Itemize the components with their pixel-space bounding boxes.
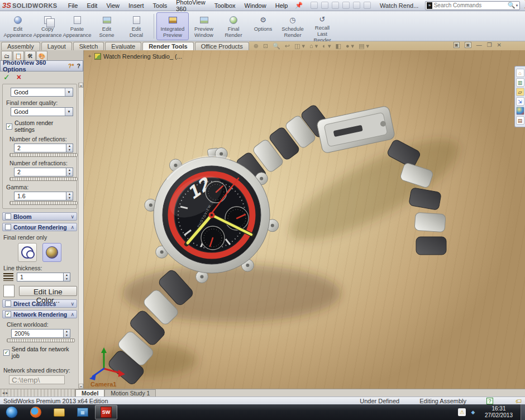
zoom-area-icon[interactable]: ⊡ [263, 42, 268, 50]
view-palette-icon[interactable]: ⇲ [516, 97, 524, 106]
caustics-section-header[interactable]: Direct Caustics ∨ [2, 299, 77, 308]
scroll-up-icon[interactable]: ▲ [79, 83, 83, 88]
custom-properties-icon[interactable]: ▤ [516, 116, 524, 125]
design-library-icon[interactable]: ▥ [516, 78, 524, 87]
menu-file[interactable]: File [64, 1, 82, 10]
chevron-down-icon[interactable]: ∨ [70, 301, 74, 307]
tab-office-products[interactable]: Office Products [195, 42, 249, 50]
tab-layout[interactable]: Layout [41, 42, 72, 50]
preview-window-button[interactable]: Preview Window [189, 12, 218, 40]
tab-render-tools[interactable]: Render Tools [142, 42, 193, 50]
spinner-arrows-icon[interactable]: ▲▼ [63, 329, 70, 338]
caustics-checkbox[interactable] [5, 300, 11, 307]
bloom-section-header[interactable]: Bloom ∨ [2, 212, 77, 221]
edit-line-color-button[interactable]: Edit Line Color... [19, 286, 77, 296]
solidworks-taskbar-button[interactable]: SW [95, 405, 117, 419]
line-thickness-spinner[interactable]: 1 ▲▼ [17, 273, 70, 281]
menu-tools[interactable]: Tools [149, 1, 171, 10]
gamma-slider[interactable] [9, 201, 78, 205]
file-explorer-icon[interactable]: ▱ [516, 88, 524, 96]
copy-appearance-button[interactable]: Copy Appearance [33, 12, 62, 40]
quick-tips-icon[interactable]: ? [486, 398, 493, 404]
final-quality-dropdown[interactable]: Good ▼ [11, 107, 73, 116]
pin-menu-icon[interactable]: 📌 [295, 2, 303, 9]
magnify-icon[interactable]: 🔍 [273, 42, 280, 50]
show-desktop-button[interactable] [521, 404, 525, 420]
final-render-button[interactable]: Final Render [219, 12, 248, 40]
graphics-viewport[interactable]: 12 PHOTOVIEW 360 [84, 50, 525, 389]
contour-checkbox[interactable] [5, 224, 11, 230]
search-input[interactable] [434, 2, 508, 8]
network-tray-icon[interactable]: ◆ [469, 408, 477, 416]
recall-last-render-button[interactable]: ↺ Recall Last Render [308, 12, 337, 40]
search-scope-icon[interactable]: » [427, 2, 432, 9]
contour-section-header[interactable]: Contour Rendering ∧ [2, 223, 77, 231]
reflections-slider[interactable] [9, 153, 78, 157]
redo-icon[interactable] [342, 2, 350, 9]
send-data-checkbox[interactable]: ✓ [3, 350, 9, 356]
integrated-preview-button[interactable]: Integrated Preview [156, 12, 189, 40]
expand-icon[interactable]: ＋ [87, 52, 92, 60]
tag-icon[interactable]: 🏷 [516, 398, 522, 404]
search-commands-box[interactable]: » 🔍 ▼ [425, 1, 520, 10]
motion-study-tab[interactable]: Motion Study 1 [104, 389, 156, 397]
print-icon[interactable] [321, 2, 328, 9]
taskbar-clock[interactable]: 16:31 27/02/2013 [485, 405, 513, 419]
tab-sketch[interactable]: Sketch [73, 42, 104, 50]
explorer-taskbar-button[interactable] [48, 405, 70, 419]
options-button[interactable]: ⚙ Options [249, 12, 278, 40]
schedule-render-button[interactable]: ◷ Schedule Render [278, 12, 307, 40]
apply-scene-icon[interactable]: ▤ ▾ [359, 42, 369, 50]
chevron-down-icon[interactable]: ∨ [70, 214, 74, 219]
tab-scroll-buttons[interactable]: ◂ ▸ [0, 389, 75, 397]
panel-scrollbar[interactable]: ▲ ▼ [78, 83, 83, 389]
doc-close-icon[interactable]: ✕ [497, 42, 502, 48]
reflections-spinner[interactable]: 2 ▲▼ [14, 144, 73, 152]
solidworks-resources-icon[interactable]: ⌂ [516, 69, 524, 77]
start-button[interactable] [6, 406, 18, 418]
ok-button[interactable]: ✓ [3, 73, 10, 82]
whats-new-icon[interactable]: ?* [68, 63, 74, 69]
previous-view-icon[interactable]: ↩ [285, 42, 290, 50]
media-app-taskbar-button[interactable]: ▦ [71, 405, 94, 419]
menu-help[interactable]: Help [271, 1, 292, 10]
client-workload-spinner[interactable]: 200% ▲▼ [11, 329, 70, 338]
doc-restore-icon[interactable]: ❐ [487, 42, 492, 48]
chevron-up-icon[interactable]: ∧ [70, 312, 74, 317]
search-dropdown-icon[interactable]: ▼ [515, 4, 518, 7]
section-view-icon[interactable]: ◫ ▾ [294, 42, 305, 50]
edit-appearance-hud-icon[interactable]: ● ▾ [346, 42, 354, 50]
rebuild-icon[interactable] [353, 2, 360, 9]
tab-evaluate[interactable]: Evaluate [105, 42, 141, 50]
shaded-with-contour-button[interactable] [42, 243, 61, 262]
network-rendering-checkbox[interactable]: ✓ [5, 311, 11, 317]
appearances-scenes-icon[interactable] [516, 107, 524, 115]
refractions-spinner[interactable]: 2 ▲▼ [14, 168, 73, 176]
options-shortcut-icon[interactable] [364, 2, 371, 9]
feature-tree-root[interactable]: ＋ Watch Rendering Studio_ (... [87, 52, 182, 60]
firefox-taskbar-button[interactable] [25, 405, 47, 419]
network-section-header[interactable]: ✓ Network Rendering ∧ [2, 310, 77, 318]
search-icon[interactable]: 🔍 [508, 2, 516, 9]
spinner-arrows-icon[interactable]: ▲▼ [66, 192, 73, 201]
edit-decal-button[interactable]: Edit Decal [122, 12, 151, 40]
spinner-arrows-icon[interactable]: ▲▼ [63, 273, 70, 281]
view-orientation-icon[interactable]: ⌂ ▾ [309, 42, 318, 50]
spinner-arrows-icon[interactable]: ▲▼ [66, 144, 73, 152]
menu-window[interactable]: Window [241, 1, 270, 10]
custom-render-settings-checkbox[interactable]: ✓ [6, 123, 12, 130]
edit-scene-button[interactable]: Edit Scene [92, 12, 121, 40]
menu-insert[interactable]: Insert [125, 1, 148, 10]
spinner-arrows-icon[interactable]: ▲▼ [66, 168, 73, 176]
chevron-up-icon[interactable]: ∧ [70, 225, 74, 230]
contour-only-button[interactable] [18, 243, 37, 262]
model-tab[interactable]: Model [75, 389, 104, 397]
security-tray-icon[interactable]: ⚠ [458, 408, 466, 416]
line-color-swatch[interactable] [3, 285, 15, 297]
doc-icon-1[interactable]: ▣ [454, 42, 460, 48]
cancel-button[interactable]: × [17, 73, 21, 82]
paste-appearance-button[interactable]: Paste Appearance [63, 12, 92, 40]
shared-directory-field[interactable] [9, 375, 65, 384]
menu-view[interactable]: View [102, 1, 123, 10]
save-icon[interactable] [311, 2, 318, 9]
